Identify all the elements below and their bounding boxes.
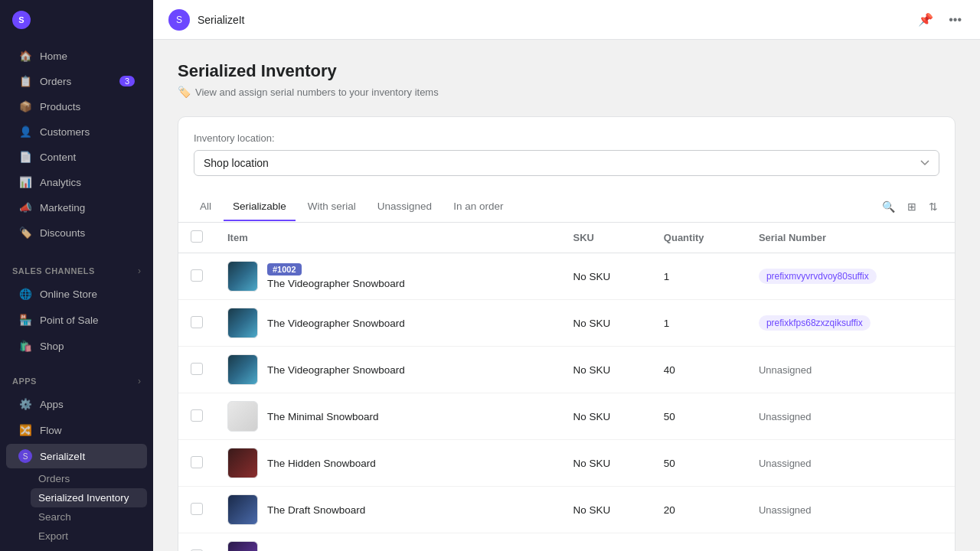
tab-serializable[interactable]: Serializable [224,193,296,221]
tab-with-serial[interactable]: With serial [299,193,365,221]
sales-channels-label: Sales channels [12,266,95,276]
row-checkbox-cell [178,487,215,533]
sku-value: No SKU [573,458,611,469]
product-info: The Draft Snowboard [267,504,365,516]
product-name[interactable]: The Minimal Snowboard [267,411,379,422]
product-name[interactable]: The Draft Snowboard [267,504,365,516]
pin-button[interactable]: 📌 [915,9,936,30]
sidebar-item-serialized-inventory[interactable]: Serialized Inventory [31,488,147,507]
tabs-bar: All Serializable With serial Unassigned … [178,191,955,223]
table-row[interactable]: The Archived Snowboard No SKU50Unassigne… [178,533,955,552]
flow-icon: 🔀 [18,423,32,437]
product-name[interactable]: The Hidden Snowboard [267,458,376,469]
sidebar-item-serializeit-orders[interactable]: Orders [31,469,147,488]
sidebar-item-home-label: Home [40,51,67,62]
sidebar-item-online-store[interactable]: 🌐 Online Store [6,282,147,306]
topbar: S SerializeIt 📌 ••• [153,0,980,40]
sidebar-item-content[interactable]: 📄 Content [6,145,147,169]
apps-icon: ⚙️ [18,397,32,411]
more-button[interactable]: ••• [946,10,965,30]
row-serial-cell: Unnasigned [746,347,955,393]
quantity-value: 50 [664,411,675,422]
serializeit-orders-label: Orders [38,473,70,484]
sidebar-item-orders-label: Orders [40,76,71,87]
order-badge: #1002 [267,263,302,276]
apps-header: Apps › [0,371,153,391]
inventory-table: Item SKU Quantity Serial Number #1002 Th… [178,223,955,551]
page-subtitle: 🏷️ View and assign serial numbers to you… [178,86,956,98]
table-row[interactable]: The Hidden Snowboard No SKU50Unassigned [178,440,955,487]
inventory-card: Inventory location: Shop location All Se… [178,116,956,551]
sidebar-item-export[interactable]: Export [31,527,147,546]
sidebar-item-flow[interactable]: 🔀 Flow [6,418,147,442]
sidebar-item-products[interactable]: 📦 Products [6,94,147,119]
sidebar-item-orders[interactable]: 📋 Orders 3 [6,69,147,93]
table-header-row: Item SKU Quantity Serial Number [178,223,955,253]
sidebar-item-home[interactable]: 🏠 Home [6,44,147,68]
sidebar-item-si-settings[interactable]: Settings [31,546,147,551]
sidebar-item-serializeit[interactable]: S SerializeIt [6,444,147,468]
sidebar-item-discounts[interactable]: 🏷️ Discounts [6,220,147,245]
sidebar-item-apps[interactable]: ⚙️ Apps [6,392,147,416]
row-checkbox-cell [178,253,215,300]
tab-all[interactable]: All [191,193,220,221]
row-serial-cell: prefixkfps68zxzqiksuffix [746,300,955,347]
sidebar-item-analytics-label: Analytics [40,177,81,188]
row-item-cell: The Videographer Snowboard [215,300,561,347]
quantity-value: 1 [664,318,670,329]
product-name[interactable]: The Videographer Snowboard [267,318,405,329]
serial-badge[interactable]: prefixmvyvrvdvoy80suffix [759,269,877,284]
table-row[interactable]: The Minimal Snowboard No SKU50Unassigned [178,393,955,440]
content-icon: 📄 [18,150,32,164]
sort-icon-button[interactable]: ⇅ [924,197,942,216]
unassigned-text: Unnasigned [759,364,812,376]
pos-icon: 🏪 [18,313,32,327]
search-icon-button[interactable]: 🔍 [877,197,900,216]
select-all-checkbox[interactable] [191,230,203,243]
filter-icon-button[interactable]: ⊞ [903,197,921,216]
sidebar-item-analytics[interactable]: 📊 Analytics [6,170,147,194]
row-checkbox-0[interactable] [191,269,203,282]
product-info: The Videographer Snowboard [267,364,405,376]
row-sku-cell: No SKU [561,533,652,552]
product-name[interactable]: The Videographer Snowboard [267,364,405,376]
table-row[interactable]: #1002 The Videographer Snowboard No SKU1… [178,253,955,300]
row-checkbox-3[interactable] [191,409,203,422]
row-checkbox-1[interactable] [191,316,203,328]
product-name[interactable]: The Videographer Snowboard [267,278,405,289]
row-item-cell: The Hidden Snowboard [215,440,561,487]
thumb-inner [228,308,257,337]
inventory-location-select[interactable]: Shop location [194,150,939,176]
row-quantity-cell: 50 [652,533,746,552]
sidebar-item-search[interactable]: Search [31,507,147,527]
sku-value: No SKU [573,504,611,516]
serial-badge[interactable]: prefixkfps68zxzqiksuffix [759,315,871,331]
table-body: #1002 The Videographer Snowboard No SKU1… [178,253,955,552]
sidebar-item-marketing[interactable]: 📣 Marketing [6,195,147,220]
main-nav: 🏠 Home 📋 Orders 3 📦 Products 👤 Customers… [0,40,153,249]
row-checkbox-2[interactable] [191,363,203,375]
sidebar-item-customers[interactable]: 👤 Customers [6,119,147,144]
inventory-location-label: Inventory location: [194,132,939,144]
table-row[interactable]: The Videographer Snowboard No SKU1prefix… [178,300,955,347]
sidebar-item-pos[interactable]: 🏪 Point of Sale [6,308,147,332]
sku-value: No SKU [573,364,611,376]
tab-in-an-order[interactable]: In an order [444,193,512,221]
sales-channels-arrow: › [138,266,141,276]
sidebar-item-apps-label: Apps [40,399,64,410]
row-sku-cell: No SKU [561,347,652,393]
product-thumbnail [227,541,258,551]
tab-unassigned[interactable]: Unassigned [368,193,441,221]
thumb-inner [228,355,257,384]
quantity-value: 20 [664,504,675,516]
thumb-inner [228,495,257,524]
table-row[interactable]: The Draft Snowboard No SKU20Unassigned [178,487,955,533]
thumb-inner [228,262,257,291]
row-checkbox-5[interactable] [191,503,203,515]
table-row[interactable]: The Videographer Snowboard No SKU40Unnas… [178,347,955,393]
product-cell: The Videographer Snowboard [227,354,549,385]
col-serial: Serial Number [746,223,955,253]
row-checkbox-4[interactable] [191,456,203,468]
sidebar-item-shop[interactable]: 🛍️ Shop [6,334,147,358]
row-quantity-cell: 1 [652,300,746,347]
